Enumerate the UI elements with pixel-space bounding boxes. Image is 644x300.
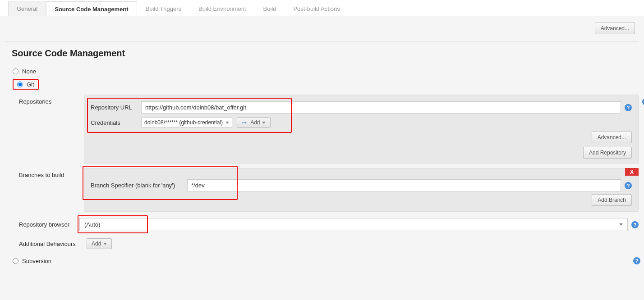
credentials-add-label: Add	[250, 119, 260, 126]
branch-specifier-label: Branch Specifier (blank for 'any')	[91, 182, 187, 189]
credentials-value: doinb08/****** (github-credential)	[144, 119, 223, 126]
page-body: Advanced... Source Code Management None …	[0, 16, 644, 267]
help-icon[interactable]: ?	[631, 221, 639, 228]
additional-behaviours-add-button[interactable]: Add	[87, 238, 112, 249]
additional-behaviours-row: Additional Behaviours Add	[19, 238, 639, 249]
repositories-panel: Repository URL ? Credentials doinb08/***…	[84, 95, 639, 164]
tab-build-environment[interactable]: Build Environment	[190, 1, 255, 16]
tab-post-build[interactable]: Post-build Actions	[285, 1, 348, 16]
section-title-scm: Source Code Management	[12, 48, 639, 59]
repo-panel-actions: Advanced... Add Repository	[91, 132, 632, 159]
divider	[5, 41, 639, 42]
repo-advanced-button[interactable]: Advanced...	[592, 132, 632, 143]
repo-url-row: Repository URL ?	[91, 101, 632, 114]
add-branch-button[interactable]: Add Branch	[592, 194, 632, 206]
advanced-top-button[interactable]: Advanced...	[595, 23, 635, 34]
repositories-label: Repositories	[19, 95, 84, 105]
tab-general[interactable]: General	[8, 1, 46, 16]
tab-build[interactable]: Build	[255, 1, 285, 16]
branches-label: Branches to build	[19, 168, 84, 178]
tab-build-triggers[interactable]: Build Triggers	[137, 1, 190, 16]
additional-behaviours-label: Additional Behaviours	[19, 241, 87, 247]
credentials-label: Credentials	[91, 119, 141, 126]
credentials-add-button[interactable]: ⊶ Add	[237, 117, 271, 128]
repo-url-input[interactable]	[141, 101, 621, 114]
help-icon[interactable]: ?	[625, 104, 632, 111]
chevron-down-icon	[262, 122, 266, 124]
help-icon[interactable]: ?	[625, 182, 632, 189]
radio-none-label: None	[22, 68, 36, 75]
repo-browser-row: Repository browser (Auto) ?	[19, 218, 639, 231]
repo-browser-label: Repository browser	[19, 221, 79, 228]
git-config-block: Repositories Repository URL ? Credential…	[19, 95, 639, 249]
branches-panel: X Branch Specifier (blank for 'any') ? A…	[84, 168, 639, 212]
scm-option-none[interactable]: None	[13, 66, 639, 77]
help-icon[interactable]: ?	[633, 257, 640, 264]
add-repository-button[interactable]: Add Repository	[583, 147, 632, 159]
chevron-down-icon	[619, 223, 623, 226]
tab-scm[interactable]: Source Code Management	[46, 1, 137, 16]
branch-panel-actions: Add Branch	[91, 194, 632, 206]
credentials-select[interactable]: doinb08/****** (github-credential)	[141, 118, 232, 127]
radio-git[interactable]	[17, 82, 23, 87]
help-icon[interactable]: ?	[642, 98, 644, 105]
branches-row: Branches to build X Branch Specifier (bl…	[19, 168, 639, 212]
scm-option-git-highlight: Git	[13, 79, 39, 90]
scm-option-subversion[interactable]: Subversion	[13, 255, 639, 267]
radio-git-label: Git	[27, 81, 34, 88]
repo-browser-select[interactable]: (Auto)	[79, 218, 628, 231]
repositories-row: Repositories Repository URL ? Credential…	[19, 95, 639, 164]
config-tabs: General Source Code Management Build Tri…	[0, 0, 644, 16]
repo-browser-value: (Auto)	[84, 221, 100, 228]
chevron-down-icon	[225, 122, 229, 124]
scm-option-subversion-wrap: Subversion ?	[13, 255, 639, 267]
branch-specifier-input[interactable]	[187, 179, 621, 191]
scm-radio-group: None Git	[13, 66, 639, 92]
branch-specifier-row: Branch Specifier (blank for 'any') ?	[91, 179, 632, 191]
radio-subversion[interactable]	[13, 258, 18, 264]
key-icon: ⊶	[242, 120, 247, 126]
additional-behaviours-add-label: Add	[92, 241, 101, 247]
radio-none[interactable]	[13, 68, 18, 74]
credentials-row: Credentials doinb08/****** (github-crede…	[91, 117, 632, 128]
delete-branch-button[interactable]: X	[625, 168, 639, 176]
radio-subversion-label: Subversion	[22, 258, 51, 264]
pre-section: Advanced...	[5, 16, 639, 41]
repo-url-label: Repository URL	[91, 104, 141, 111]
chevron-down-icon	[103, 243, 107, 245]
